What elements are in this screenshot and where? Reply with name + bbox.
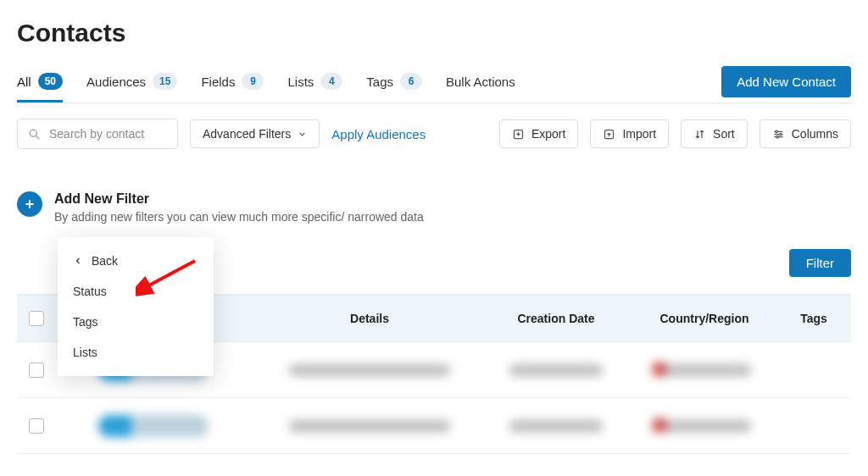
export-icon	[512, 128, 525, 141]
button-label: Advanced Filters	[203, 127, 291, 141]
plus-icon: +	[25, 196, 35, 213]
filter-button[interactable]: Filter	[789, 249, 851, 277]
button-label: Columns	[792, 127, 838, 141]
columns-button[interactable]: Columns	[760, 119, 851, 148]
search-icon	[28, 128, 41, 141]
svg-point-8	[780, 133, 782, 136]
redacted-country	[658, 420, 751, 432]
tab-audiences[interactable]: Audiences 15	[86, 66, 177, 102]
popover-back-label: Back	[92, 254, 118, 268]
table-row	[17, 398, 851, 454]
button-label: Import	[622, 127, 656, 141]
tab-label: Bulk Actions	[446, 75, 515, 89]
tab-label: Fields	[201, 75, 235, 89]
add-new-contact-button[interactable]: Add New Contact	[721, 66, 851, 97]
svg-point-7	[776, 130, 778, 133]
button-label: Sort	[713, 127, 735, 141]
add-filter-button[interactable]: +	[17, 191, 42, 217]
tabs: All 50 Audiences 15 Fields 9 Lists 4 Tag…	[17, 66, 721, 102]
tab-fields[interactable]: Fields 9	[201, 66, 264, 102]
advanced-filters-button[interactable]: Advanced Filters	[190, 119, 320, 148]
page-title: Contacts	[17, 19, 851, 47]
redacted-date	[509, 364, 603, 376]
th-country: Country/Region	[632, 312, 776, 325]
th-tags: Tags	[776, 312, 851, 325]
tab-all[interactable]: All 50	[17, 66, 63, 102]
filter-popover: Back Status Tags Lists	[58, 237, 214, 376]
row-checkbox[interactable]	[29, 418, 44, 434]
add-filter-subtitle: By adding new filters you can view much …	[54, 210, 424, 224]
redacted-name	[98, 415, 209, 437]
tab-label: Tags	[366, 75, 393, 89]
tab-lists[interactable]: Lists 4	[287, 66, 342, 102]
popover-item-tags[interactable]: Tags	[58, 307, 214, 337]
tabs-row: All 50 Audiences 15 Fields 9 Lists 4 Tag…	[17, 66, 851, 103]
redacted-details	[289, 364, 450, 376]
button-label: Export	[531, 127, 565, 141]
badge: 50	[38, 73, 63, 90]
sort-icon	[693, 128, 706, 141]
th-details: Details	[259, 312, 480, 325]
tab-label: Lists	[287, 75, 314, 89]
badge: 4	[320, 73, 342, 90]
svg-line-1	[36, 136, 39, 139]
search-input[interactable]	[47, 126, 167, 141]
tab-tags[interactable]: Tags 6	[366, 66, 422, 102]
sliders-icon	[772, 128, 785, 141]
th-creation-date: Creation Date	[480, 312, 632, 325]
toolbar: Advanced Filters Apply Audiences Export …	[17, 103, 851, 158]
add-filter-section: + Add New Filter By adding new filters y…	[17, 191, 851, 224]
export-button[interactable]: Export	[499, 119, 578, 148]
import-button[interactable]: Import	[590, 119, 669, 148]
import-icon	[603, 128, 615, 141]
select-all-checkbox[interactable]	[29, 311, 44, 326]
redacted-country	[658, 364, 751, 376]
badge: 9	[242, 73, 264, 90]
chevron-left-icon	[73, 256, 83, 266]
add-filter-text: Add New Filter By adding new filters you…	[54, 191, 424, 224]
tab-label: All	[17, 75, 31, 89]
apply-audiences-link[interactable]: Apply Audiences	[331, 127, 426, 141]
redacted-details	[289, 420, 450, 432]
badge: 15	[153, 73, 177, 90]
popover-item-status[interactable]: Status	[58, 276, 214, 307]
th-checkbox	[17, 311, 56, 326]
redacted-date	[509, 420, 603, 432]
chevron-down-icon	[298, 130, 307, 139]
svg-point-0	[30, 130, 36, 136]
tab-bulk-actions[interactable]: Bulk Actions	[446, 68, 515, 102]
search-input-wrapper[interactable]	[17, 119, 178, 149]
add-filter-title: Add New Filter	[54, 191, 424, 207]
row-checkbox[interactable]	[29, 363, 44, 378]
badge: 6	[400, 73, 422, 90]
sort-button[interactable]: Sort	[681, 119, 748, 148]
svg-point-9	[776, 136, 779, 138]
popover-item-lists[interactable]: Lists	[58, 337, 214, 368]
popover-back[interactable]: Back	[58, 246, 214, 276]
tab-label: Audiences	[86, 75, 146, 89]
